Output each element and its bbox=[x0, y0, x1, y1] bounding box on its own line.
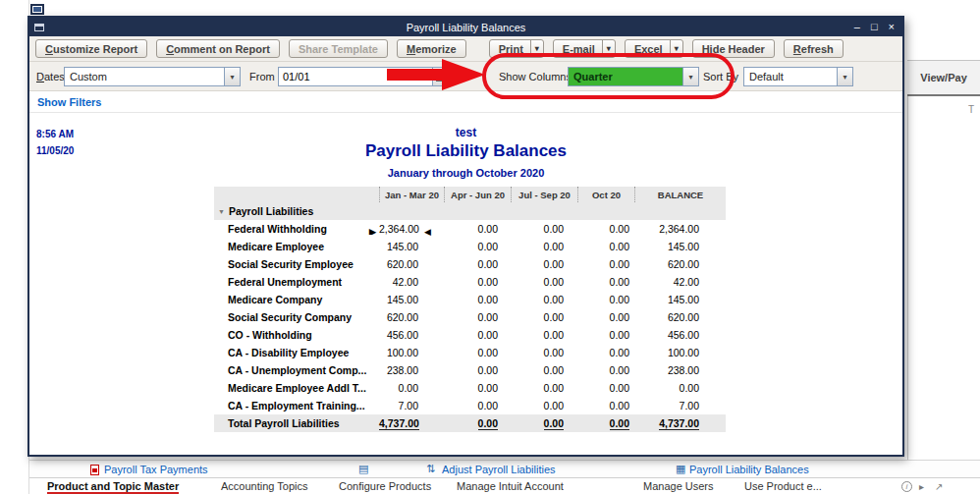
row-label: Medicare Employee Addl T... bbox=[228, 382, 366, 394]
show-filters-link[interactable]: Show Filters bbox=[37, 96, 101, 108]
comment-on-report-button[interactable]: Comment on Report bbox=[156, 39, 280, 58]
excel-button[interactable]: Excel bbox=[625, 39, 683, 58]
row-label: CA - Disability Employee bbox=[228, 347, 349, 358]
view-pay-label: View/Pay bbox=[920, 72, 967, 83]
print-button[interactable]: Print bbox=[489, 39, 544, 58]
row-value: 145.00 bbox=[387, 294, 418, 305]
close-icon[interactable]: × bbox=[889, 22, 895, 32]
tab-manage-intuit-account[interactable]: Manage Intuit Account bbox=[457, 480, 564, 492]
refresh-button[interactable]: Refresh bbox=[784, 39, 844, 58]
group-label: Payroll Liabilities bbox=[229, 205, 313, 217]
print-dropdown-icon[interactable] bbox=[530, 40, 543, 57]
maximize-icon[interactable]: □ bbox=[871, 22, 878, 32]
show-columns-dropdown[interactable]: Quarter bbox=[568, 67, 699, 86]
total-row[interactable]: Total Payroll Liabilities 4,737.00 0.00 … bbox=[214, 414, 726, 432]
calendar-icon[interactable] bbox=[432, 67, 450, 86]
row-label: Social Security Employee bbox=[228, 258, 354, 270]
table-row[interactable]: Social Security Employee 620.00 0.00 0.0… bbox=[214, 255, 726, 273]
column-header[interactable]: Jan - Mar 20 bbox=[379, 187, 444, 202]
tab-manage-users[interactable]: Manage Users bbox=[643, 480, 714, 492]
email-button[interactable]: E-mail bbox=[553, 39, 616, 58]
play-icon[interactable] bbox=[919, 481, 924, 492]
sort-by-value: Default bbox=[749, 71, 784, 82]
chevron-down-icon[interactable] bbox=[682, 68, 698, 85]
info-icon[interactable] bbox=[901, 481, 912, 492]
row-label: CO - Withholding bbox=[228, 329, 312, 341]
row-value: 145.00 bbox=[387, 241, 418, 252]
email-dropdown-icon[interactable] bbox=[602, 40, 615, 57]
column-header[interactable]: BALANCE bbox=[634, 187, 726, 202]
row-value: 0.00 bbox=[478, 294, 498, 305]
from-date-input[interactable] bbox=[278, 67, 432, 86]
row-label: Medicare Employee bbox=[228, 241, 324, 252]
row-value: 0.00 bbox=[610, 329, 629, 341]
table-row[interactable]: Federal Withholding 2,364.00 0.00 0.00 0… bbox=[214, 220, 726, 238]
minimize-icon[interactable]: – bbox=[854, 22, 860, 32]
total-label: Total Payroll Liabilities bbox=[228, 417, 340, 429]
chevron-down-icon[interactable] bbox=[224, 68, 240, 85]
row-value: 0.00 bbox=[544, 400, 564, 412]
dates-dropdown[interactable]: Custom bbox=[64, 67, 241, 86]
row-value: 0.00 bbox=[544, 258, 564, 270]
row-value: 42.00 bbox=[393, 276, 418, 288]
row-value: 7.00 bbox=[680, 400, 699, 412]
row-value: 0.00 bbox=[610, 241, 629, 252]
column-header[interactable]: Apr - Jun 20 bbox=[444, 187, 511, 202]
restore-window-icon[interactable] bbox=[30, 4, 44, 15]
report-filterbar: Dates Custom From Show Columns Quarter S… bbox=[29, 62, 902, 91]
dates-value: Custom bbox=[70, 71, 107, 82]
dates-label: Dates bbox=[36, 71, 65, 82]
background-text-fragment: T bbox=[968, 104, 974, 115]
row-value: 100.00 bbox=[387, 347, 418, 358]
row-value: 2,364.00 bbox=[659, 223, 699, 235]
group-header-row[interactable]: Payroll Liabilities bbox=[214, 202, 726, 220]
row-value: 0.00 bbox=[478, 223, 498, 235]
right-divider bbox=[907, 96, 908, 460]
chevron-down-icon[interactable] bbox=[837, 68, 852, 85]
table-row[interactable]: Social Security Company 620.00 0.00 0.00… bbox=[214, 308, 726, 326]
window-titlebar[interactable]: Payroll Liability Balances – □ × bbox=[29, 18, 902, 36]
table-row[interactable]: Medicare Employee 145.00 0.00 0.00 0.00 … bbox=[214, 238, 726, 255]
payroll-liability-balances-link[interactable]: Payroll Liability Balances bbox=[689, 464, 809, 475]
table-row[interactable]: CO - Withholding 456.00 0.00 0.00 0.00 4… bbox=[214, 326, 726, 344]
collapse-triangle-icon[interactable] bbox=[218, 205, 229, 217]
row-value: 238.00 bbox=[668, 364, 699, 376]
table-row[interactable]: CA - Unemployment Comp... 238.00 0.00 0.… bbox=[214, 361, 726, 379]
hide-header-button[interactable]: Hide Header bbox=[692, 39, 775, 58]
customize-report-button[interactable]: Customize Report bbox=[35, 39, 147, 58]
table-row[interactable]: CA - Employment Training... 7.00 0.00 0.… bbox=[214, 397, 726, 414]
table-row[interactable]: Federal Unemployment 42.00 0.00 0.00 0.0… bbox=[214, 273, 726, 291]
tab-accounting-topics[interactable]: Accounting Topics bbox=[221, 480, 307, 492]
row-value: 0.00 bbox=[610, 258, 629, 270]
row-value: 0.00 bbox=[478, 241, 498, 252]
row-value: 620.00 bbox=[668, 311, 699, 323]
memorize-button[interactable]: Memorize bbox=[397, 39, 466, 58]
table-row[interactable]: Medicare Company 145.00 0.00 0.00 0.00 1… bbox=[214, 291, 726, 308]
tab-product-and-topic-master[interactable]: Product and Topic Master bbox=[47, 480, 179, 494]
total-value: 4,737.00 bbox=[659, 417, 699, 430]
row-value: 238.00 bbox=[387, 364, 418, 376]
excel-dropdown-icon[interactable] bbox=[670, 40, 682, 57]
from-date-group bbox=[278, 67, 450, 86]
sort-by-dropdown[interactable]: Default bbox=[743, 67, 853, 86]
column-header[interactable]: Jul - Sep 20 bbox=[511, 187, 577, 202]
row-value: 42.00 bbox=[674, 276, 699, 288]
external-link-icon[interactable] bbox=[935, 481, 943, 492]
table-row[interactable]: CA - Disability Employee 100.00 0.00 0.0… bbox=[214, 344, 726, 361]
sort-by-label: Sort By bbox=[703, 71, 738, 82]
tab-use-product[interactable]: Use Product e... bbox=[744, 480, 822, 492]
row-value: 0.00 bbox=[478, 329, 498, 341]
window-title: Payroll Liability Balances bbox=[29, 22, 902, 33]
pdf-icon bbox=[90, 465, 99, 475]
row-value: 0.00 bbox=[544, 364, 564, 376]
payroll-tax-payments-link[interactable]: Payroll Tax Payments bbox=[104, 464, 208, 475]
column-header[interactable]: Oct 20 bbox=[577, 187, 634, 202]
background-links-row: Payroll Tax Payments ▤ ⇅ Adjust Payroll … bbox=[29, 460, 980, 478]
adjust-payroll-liabilities-link[interactable]: Adjust Payroll Liabilities bbox=[442, 464, 556, 475]
selection-marker-icon bbox=[424, 227, 431, 237]
tab-configure-products[interactable]: Configure Products bbox=[339, 480, 431, 492]
row-value: 456.00 bbox=[387, 329, 418, 341]
table-header-row: Jan - Mar 20 Apr - Jun 20 Jul - Sep 20 O… bbox=[214, 187, 726, 202]
table-row[interactable]: Medicare Employee Addl T... 0.00 0.00 0.… bbox=[214, 379, 726, 397]
row-pointer-icon bbox=[369, 227, 376, 235]
